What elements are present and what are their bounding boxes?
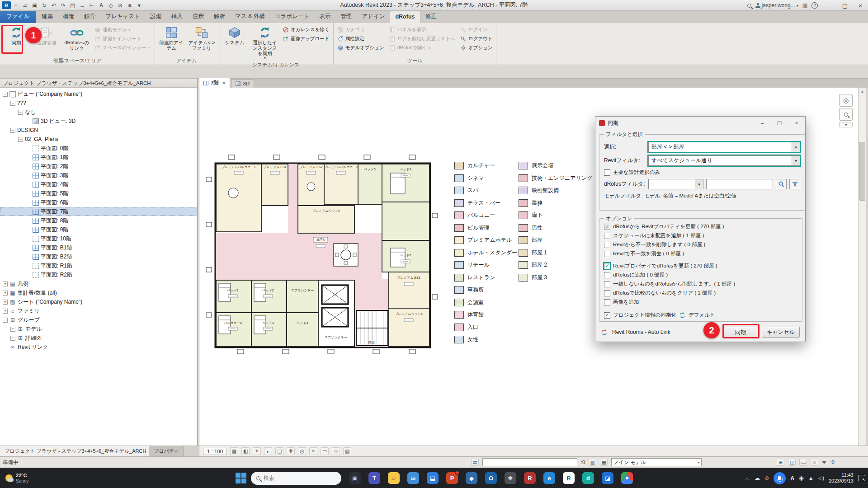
ribbon-tab-注釈[interactable]: 注釈 bbox=[188, 10, 209, 23]
ribbon-button-オカレンスを除く[interactable]: オカレンスを除く bbox=[281, 26, 331, 34]
ime-indicator[interactable]: A bbox=[790, 475, 794, 482]
ribbon-button-ログアウト[interactable]: ログアウト bbox=[458, 35, 495, 43]
view-scale[interactable]: 1 : 100 bbox=[203, 448, 227, 455]
tree-expander-icon[interactable]: − bbox=[18, 110, 23, 115]
detail-level-icon[interactable]: ▦ bbox=[230, 447, 238, 455]
tree-item-平面図: 2階[interactable]: 平面図: 2階 bbox=[0, 162, 197, 171]
reveal-hidden-icon[interactable]: ≋ bbox=[309, 447, 317, 455]
temporary-hide-icon[interactable]: ◎ bbox=[298, 447, 306, 455]
analytical-model-icon[interactable]: ◇ bbox=[332, 447, 340, 455]
taskbar-clock[interactable]: 11:43 2023/09/13 bbox=[829, 472, 854, 484]
text-icon[interactable]: A bbox=[97, 1, 106, 9]
tree-item-平面図: B1階[interactable]: 平面図: B1階 bbox=[0, 243, 197, 252]
option-checkbox[interactable] bbox=[604, 233, 610, 239]
taskbar-app-settings[interactable]: ✱ bbox=[505, 472, 516, 484]
tree-item-ビュー ("Company Name")[interactable]: −ビュー ("Company Name") bbox=[0, 89, 197, 99]
tree-item-Revit リンク[interactable]: ∞Revit リンク bbox=[0, 343, 197, 352]
ribbon-button-オプション[interactable]: オプション bbox=[458, 44, 495, 52]
tree-item-???[interactable]: −??? bbox=[0, 99, 197, 108]
ribbon-tab-設備[interactable]: 設備 bbox=[145, 10, 166, 23]
dialog-sync-button[interactable]: 同期 bbox=[724, 327, 757, 338]
taskbar-app-revit-red[interactable]: R bbox=[524, 472, 536, 484]
taskbar-search[interactable] bbox=[251, 472, 341, 485]
panel-tab-properties[interactable]: プロパティ bbox=[149, 446, 184, 456]
taskbar-app-store[interactable]: ⬓ bbox=[427, 472, 439, 484]
ribbon-tab-表示[interactable]: 表示 bbox=[314, 10, 335, 23]
drofus-filter-combo[interactable]: ▾ bbox=[648, 179, 703, 189]
drofus-filter-search-button[interactable] bbox=[776, 179, 787, 189]
user-presence-icon[interactable]: ◉ bbox=[799, 475, 803, 481]
tree-item-平面図: 9階[interactable]: 平面図: 9階 bbox=[0, 225, 197, 234]
taskbar-app-outlook[interactable]: O bbox=[485, 472, 497, 484]
canvas-scrollbar[interactable]: ▲ bbox=[858, 88, 866, 446]
cart-icon[interactable]: ▥ bbox=[802, 2, 807, 9]
tree-item-モデル[interactable]: +⊞モデル bbox=[0, 324, 197, 333]
option-row[interactable]: Revitで不一致を消去 ( 0 部屋 ) bbox=[604, 250, 797, 258]
qat-customize-icon[interactable]: ▾ bbox=[135, 1, 144, 9]
volume-icon[interactable]: ◁) bbox=[818, 475, 824, 481]
select-pin-icon[interactable]: ⌂ bbox=[811, 459, 818, 466]
option-checkbox[interactable] bbox=[604, 299, 610, 305]
ribbon-tab-挿入[interactable]: 挿入 bbox=[166, 10, 188, 23]
option-row[interactable]: 画像を追加 bbox=[604, 298, 797, 306]
taskbar-app-desktop-app[interactable]: ▣ bbox=[349, 472, 361, 484]
dialog-title-bar[interactable]: 同期 – ▢ × bbox=[595, 117, 805, 129]
view-tab-3D[interactable]: 3D bbox=[231, 79, 254, 88]
ribbon-tab-修正[interactable]: 修正 bbox=[420, 10, 442, 23]
close-icon[interactable]: ✕ bbox=[222, 80, 226, 85]
worksets-icon[interactable]: ⇄ bbox=[471, 459, 479, 466]
onedrive-icon[interactable]: ☁ bbox=[755, 475, 760, 481]
tree-item-平面図: 5階[interactable]: 平面図: 5階 bbox=[0, 189, 197, 198]
ribbon-tab-コラボレート[interactable]: コラボレート bbox=[270, 10, 314, 23]
primary-design-option-checkbox[interactable] bbox=[604, 169, 610, 176]
taskbar-weather[interactable]: 22°CSunny bbox=[0, 468, 34, 488]
ribbon-button-システム[interactable]: システム bbox=[220, 24, 249, 61]
design-option-combo[interactable]: メイン モデル▾ bbox=[611, 458, 702, 466]
taskbar-app-mail[interactable]: ✉ bbox=[407, 472, 419, 484]
tree-item-3D ビュー: 3D[interactable]: 3D ビュー: 3D bbox=[0, 117, 197, 126]
filter-icon[interactable] bbox=[822, 461, 826, 464]
sync-error-icon[interactable]: ⊘ bbox=[764, 475, 769, 481]
tree-expander-icon[interactable]: − bbox=[3, 318, 8, 323]
3d-view-icon[interactable]: ◇ bbox=[106, 1, 115, 9]
ribbon-tab-建築[interactable]: 建築 bbox=[37, 10, 58, 23]
taskbar-app-teams[interactable]: T bbox=[368, 472, 380, 484]
option-row[interactable]: スケジュールに未配置を追加 ( 1 部屋 ) bbox=[604, 232, 797, 239]
zoom-tool-icon[interactable] bbox=[839, 108, 853, 121]
dimension-icon[interactable]: ⊢ bbox=[87, 1, 96, 9]
tree-expander-icon[interactable]: + bbox=[3, 282, 8, 286]
taskbar-app-drofus[interactable]: d bbox=[582, 472, 594, 484]
tray-chevron-icon[interactable]: ︿ bbox=[745, 474, 750, 482]
option-checkbox[interactable] bbox=[604, 224, 610, 230]
ribbon-button-モデルオプション[interactable]: モデルオプション bbox=[335, 44, 386, 52]
ribbon-button-同期[interactable]: 同期 bbox=[2, 24, 31, 57]
ribbon-tab-マス & 外構[interactable]: マス & 外構 bbox=[230, 10, 270, 23]
selection-combo[interactable]: 部屋 <-> 部屋▾ bbox=[648, 142, 800, 152]
navigation-expand-icon[interactable]: ▾ bbox=[839, 122, 853, 127]
user-account-menu[interactable]: jasper.wong...▾ bbox=[755, 2, 798, 9]
tree-expander-icon[interactable]: + bbox=[3, 309, 8, 314]
link-manage-icon[interactable]: ▦ bbox=[600, 459, 608, 466]
panel-tab-project-browser[interactable]: プロジェクト ブラウザ - ステップ3+4+5+6_複合モデル_ARCH bbox=[0, 446, 149, 456]
window-close-button[interactable]: × bbox=[853, 0, 868, 11]
dialog-maximize-button[interactable]: ▢ bbox=[771, 117, 788, 129]
option-row[interactable]: RevitプロパティでdRofusを更新 ( 270 部屋 ) bbox=[604, 262, 797, 270]
ribbon-tab-プレキャスト[interactable]: プレキャスト bbox=[100, 10, 145, 23]
taskbar-app-photos[interactable]: ◪ bbox=[602, 472, 613, 484]
ribbon-tab-構造[interactable]: 構造 bbox=[58, 10, 79, 23]
start-button[interactable] bbox=[235, 472, 247, 484]
tree-item-DESIGN[interactable]: −DESIGN bbox=[0, 126, 197, 135]
tree-item-シート ("Company Name")[interactable]: +▧シート ("Company Name") bbox=[0, 297, 197, 306]
tree-item-なし[interactable]: −なし bbox=[0, 108, 197, 117]
tree-expander-icon[interactable]: − bbox=[18, 137, 23, 142]
ribbon-tab-ファイル[interactable]: ファイル bbox=[0, 10, 36, 23]
tree-item-平面図: 6階[interactable]: 平面図: 6階 bbox=[0, 198, 197, 207]
tree-expander-icon[interactable]: + bbox=[10, 327, 15, 332]
redo-icon[interactable]: ↷ bbox=[59, 1, 68, 9]
tree-item-平面図: R1階[interactable]: 平面図: R1階 bbox=[0, 261, 197, 270]
option-checkbox[interactable] bbox=[604, 272, 610, 278]
taskbar-app-powerpoint[interactable]: P bbox=[446, 472, 458, 484]
taskbar-app-revit[interactable]: R bbox=[563, 472, 575, 484]
option-checkbox[interactable] bbox=[604, 251, 610, 257]
taskbar-app-file-explorer[interactable]: ▱ bbox=[388, 472, 400, 484]
